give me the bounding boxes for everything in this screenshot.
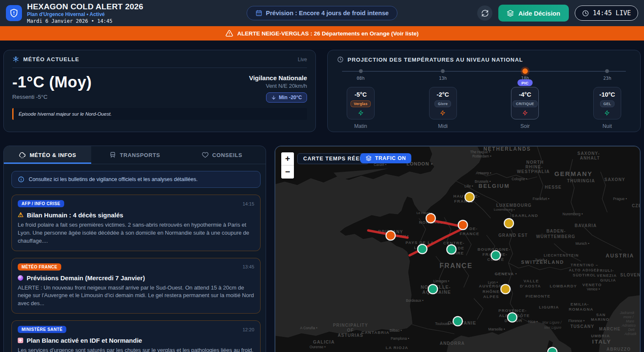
map-city-label: GENEVA • bbox=[495, 271, 517, 276]
news-scroll-area[interactable]: Consultez ici les bulletins de vigilance… bbox=[4, 164, 266, 352]
slot-condition-badge: GEL bbox=[600, 100, 614, 107]
slot-card: -4°CCRITIQUE bbox=[511, 87, 539, 119]
map-region-label: ITALY bbox=[592, 338, 611, 345]
aide-decision-button[interactable]: Aide Décision bbox=[498, 5, 568, 22]
forecast-slot: 13h-2°CGivreMidi bbox=[424, 68, 462, 129]
map-city-label: Cologne • bbox=[511, 177, 527, 181]
map-marker[interactable] bbox=[504, 219, 514, 228]
forecast-pill: Prévision : Encore 4 jours de froid inte… bbox=[247, 6, 398, 20]
slot-period: Matin bbox=[354, 123, 367, 129]
map-region-label: LA RIOJA bbox=[386, 345, 408, 350]
current-temperature: -1°C (Moy) bbox=[12, 73, 92, 91]
news-source-badge: AFP / INFO CRISE bbox=[18, 200, 64, 207]
news-card[interactable]: MÉTÉO FRANCE13:45Prévisions Demain (Merc… bbox=[11, 258, 261, 314]
map-marker[interactable] bbox=[428, 284, 437, 294]
map-water-label: Jadransk bbox=[620, 311, 635, 315]
traffic-toggle-label: TRAFIC ON bbox=[375, 155, 406, 161]
timeline-dot bbox=[359, 69, 363, 73]
layers-icon bbox=[366, 155, 372, 161]
map-water-label: Mar Ligure / bbox=[542, 320, 562, 325]
traffic-toggle-button[interactable]: TRAFIC ON bbox=[360, 153, 411, 163]
map-marker[interactable] bbox=[386, 231, 395, 240]
map-water-label: Mer Ligure bbox=[544, 325, 562, 330]
map-region-label: HESSE bbox=[545, 185, 562, 190]
vigilance-title: Vigilance Nationale bbox=[249, 74, 307, 81]
slot-time: 08h bbox=[357, 76, 365, 81]
news-title: Prévisions Demain (Mercredi 7 Janvier) bbox=[18, 274, 254, 282]
slot-condition-badge: CRITIQUE bbox=[513, 100, 538, 107]
map-city-label: Bordeaux • bbox=[406, 298, 424, 303]
map-marker[interactable] bbox=[447, 245, 456, 254]
map-region-label: VENETO bbox=[582, 282, 602, 287]
map-region-label: PIEMONTE bbox=[525, 294, 550, 298]
map-region-label: GALICIA bbox=[313, 339, 335, 344]
map-region-label: LIECHTENSTEIN bbox=[543, 253, 579, 257]
map-city-label: Bilbao • bbox=[390, 328, 402, 333]
zoom-in-button[interactable]: + bbox=[281, 152, 294, 165]
map-marker[interactable] bbox=[453, 317, 462, 326]
alert-banner[interactable]: ALERTE NEIGE-VERGLAS : 26 Départements e… bbox=[0, 26, 644, 41]
map-city-label: A Coruña • bbox=[300, 326, 318, 330]
map-region-label: RHÔNE- bbox=[483, 289, 502, 294]
peak-badge: PIC bbox=[518, 79, 533, 86]
map-city-label: Florence • bbox=[568, 319, 584, 323]
weather-note: Épisode hivernal majeur sur le Nord-Oues… bbox=[12, 108, 307, 120]
zoom-out-button[interactable]: − bbox=[281, 165, 294, 179]
train-icon bbox=[109, 152, 116, 158]
slot-card: -2°CGivre bbox=[429, 87, 457, 119]
map-city-label: Rotterdam • bbox=[472, 154, 491, 158]
min-temp-label: Min -20°C bbox=[279, 95, 302, 100]
warning-icon: ⚠ bbox=[18, 211, 23, 219]
map-region-label: BELGIUM bbox=[478, 183, 510, 189]
news-card[interactable]: MINISTÈRE SANTÉ12:20Plan Blanc activé en… bbox=[11, 320, 261, 352]
map-region-label: PRINCIPALITY bbox=[333, 323, 368, 328]
shield-alert-icon bbox=[6, 5, 22, 21]
map-panel[interactable]: NETHERLANDSBELGIUMGERMANYFRANCEAUSTRIASW… bbox=[274, 146, 641, 352]
clock-icon bbox=[582, 10, 589, 17]
map-region-label: LUXEMBOURG bbox=[496, 203, 532, 208]
map-marker[interactable] bbox=[426, 214, 435, 223]
map-marker[interactable] bbox=[548, 347, 557, 352]
map-region-label: RHINE- bbox=[525, 165, 543, 169]
map-region-label: ALTO ADIGE/ bbox=[569, 268, 598, 272]
map-marker[interactable] bbox=[491, 251, 500, 260]
map-region-label: D'AOSTA bbox=[520, 284, 541, 288]
refresh-button[interactable] bbox=[477, 5, 492, 21]
slot-period: Nuit bbox=[603, 123, 612, 129]
map-region-label: GRAND EST bbox=[498, 233, 528, 238]
map-marker[interactable] bbox=[501, 284, 510, 294]
slot-temp: -10°C bbox=[594, 91, 621, 98]
tab-conseils[interactable]: CONSEILS bbox=[178, 146, 266, 164]
map-region-label: ANHALT bbox=[580, 156, 600, 160]
map-region-label: SAXONY- bbox=[577, 151, 600, 156]
map-marker[interactable] bbox=[465, 192, 474, 202]
projection-panel-title: PROJECTION DES TEMPÉRATURES AU NIVEAU NA… bbox=[348, 57, 523, 63]
forecast-slot: 18hPIC-4°CCRITIQUESoir bbox=[505, 68, 544, 129]
news-card[interactable]: AFP / INFO CRISE14:15⚠Bilan Humain : 4 d… bbox=[11, 195, 261, 251]
news-title: Plan Blanc activé en IDF et Normandie bbox=[18, 337, 254, 344]
timeline-dot bbox=[522, 68, 528, 74]
arrow-down-icon bbox=[271, 95, 276, 100]
news-time: 13:45 bbox=[242, 264, 254, 269]
map-marker[interactable] bbox=[418, 244, 427, 254]
tab-m-t-o-infos[interactable]: MÉTÉO & INFOS bbox=[4, 146, 91, 164]
map-region-label: BADEN- bbox=[546, 229, 566, 233]
map-water-label: Mare bbox=[626, 319, 634, 323]
app-datetime: Mardi 6 Janvier 2026 • 14:45 bbox=[27, 19, 143, 24]
tab-transports[interactable]: TRANSPORTS bbox=[91, 146, 179, 164]
map-water-label: Adriatico bbox=[621, 323, 636, 328]
map-city-label: Antwerp • bbox=[476, 171, 492, 175]
slot-card: -5°CVerglas bbox=[347, 87, 375, 119]
temperature-timeline: 08h-5°CVerglasMatin13h-2°CGivreMidi18hPI… bbox=[337, 68, 631, 129]
map-region-label: SAXONY bbox=[604, 177, 625, 182]
cloud-snow-icon bbox=[19, 152, 26, 159]
slot-time: 23h bbox=[603, 76, 611, 81]
map-region-label: SAARLAND bbox=[512, 213, 538, 218]
map-region-label: ABRUZZO bbox=[606, 347, 630, 352]
france-map[interactable]: NETHERLANDSBELGIUMGERMANYFRANCEAUSTRIASW… bbox=[275, 146, 641, 352]
map-marker[interactable] bbox=[508, 313, 517, 322]
map-marker[interactable] bbox=[458, 220, 467, 230]
layers-icon bbox=[507, 10, 514, 17]
calendar-icon bbox=[255, 10, 262, 16]
map-region-label: SAN bbox=[596, 313, 606, 317]
